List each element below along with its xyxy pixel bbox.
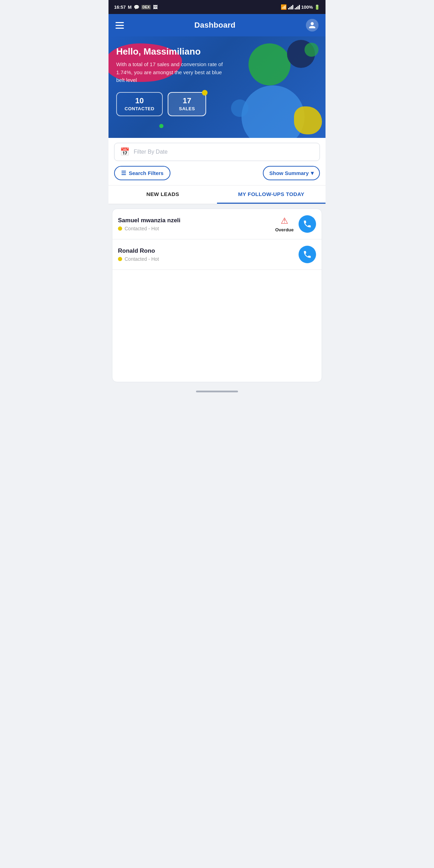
lead-item[interactable]: Ronald Rono Contacted - Hot: [112, 239, 322, 270]
tabs-row: NEW LEADS MY FOLLOW-UPS TODAY: [108, 186, 326, 204]
lead-status: Contacted - Hot: [118, 226, 270, 231]
tab-new-leads[interactable]: NEW LEADS: [108, 186, 217, 204]
status-dot-icon: [118, 226, 122, 231]
lead-name: Ronald Rono: [118, 247, 299, 254]
page-title: Dashboard: [194, 21, 236, 30]
tab-follow-ups[interactable]: MY FOLLOW-UPS TODAY: [217, 186, 326, 204]
bottom-indicator: [108, 386, 326, 397]
status-dot-icon: [118, 257, 122, 261]
filter-section: 📅 Filter By Date ☰ Search Filters Show S…: [108, 138, 326, 186]
app-header: Dashboard: [108, 14, 326, 36]
sales-badge: [202, 90, 208, 96]
battery-icon: 🔋: [314, 5, 320, 10]
lead-name: Samuel mwanzia nzeli: [118, 217, 270, 224]
greeting-text: Hello, Massimiliano: [116, 46, 318, 57]
show-summary-label: Show Summary: [269, 170, 309, 176]
time-display: 16:57: [114, 5, 126, 10]
overdue-label: Overdue: [275, 227, 294, 232]
overdue-indicator: ⚠ Overdue: [275, 216, 294, 232]
search-filters-button[interactable]: ☰ Search Filters: [114, 166, 170, 180]
lead-info: Ronald Rono Contacted - Hot: [118, 247, 299, 262]
deco-dot-green: [159, 124, 163, 128]
contacted-label: CONTACTED: [125, 106, 154, 111]
warning-triangle-icon: ⚠: [281, 216, 288, 226]
lead-status-label: Contacted - Hot: [125, 256, 159, 262]
hero-banner: Hello, Massimiliano With a total of 17 s…: [108, 36, 326, 138]
home-indicator: [196, 391, 238, 392]
status-left: 16:57 M 💬 DEX 🖼: [114, 5, 158, 10]
lead-info: Samuel mwanzia nzeli Contacted - Hot: [118, 217, 270, 231]
chevron-down-icon: ▾: [311, 170, 314, 176]
sales-number: 17: [176, 97, 198, 105]
tab-follow-ups-label: MY FOLLOW-UPS TODAY: [238, 191, 304, 197]
signal-icon-2: [295, 5, 300, 9]
profile-button[interactable]: [306, 19, 318, 31]
leads-list: Samuel mwanzia nzeli Contacted - Hot ⚠ O…: [112, 209, 322, 382]
tab-new-leads-label: NEW LEADS: [146, 191, 179, 197]
filter-lines-icon: ☰: [121, 170, 126, 176]
profile-avatar-icon: [308, 21, 316, 29]
wifi-icon: 📶: [281, 4, 287, 10]
hero-content: Hello, Massimiliano With a total of 17 s…: [116, 46, 318, 116]
dex-icon: DEX: [141, 5, 151, 9]
sales-label: SALES: [176, 106, 198, 111]
show-summary-button[interactable]: Show Summary ▾: [263, 166, 320, 180]
status-bar: 16:57 M 💬 DEX 🖼 📶 100% 🔋: [108, 0, 326, 14]
date-filter-input[interactable]: 📅 Filter By Date: [114, 143, 320, 161]
stats-row: 10 CONTACTED 17 SALES: [116, 92, 318, 116]
sales-stat-button[interactable]: 17 SALES: [168, 92, 206, 116]
menu-button[interactable]: [115, 22, 124, 29]
filter-actions: ☰ Search Filters Show Summary ▾: [114, 166, 320, 180]
call-button[interactable]: [299, 246, 316, 263]
date-filter-placeholder: Filter By Date: [134, 149, 168, 155]
status-right: 📶 100% 🔋: [281, 4, 320, 10]
lead-status-label: Contacted - Hot: [125, 226, 159, 231]
battery-label: 100%: [301, 5, 313, 10]
hero-subtitle: With a total of 17 sales and conversion …: [116, 61, 228, 84]
contacted-stat-button[interactable]: 10 CONTACTED: [116, 92, 163, 116]
whatsapp-icon: 💬: [134, 5, 139, 10]
call-button[interactable]: [299, 215, 316, 233]
gmail-icon: M: [128, 5, 132, 10]
calendar-icon: 📅: [120, 147, 130, 156]
phone-icon: [303, 219, 312, 229]
gallery-icon: 🖼: [153, 5, 158, 10]
lead-status: Contacted - Hot: [118, 256, 299, 262]
phone-icon: [303, 250, 312, 259]
contacted-number: 10: [125, 97, 154, 105]
signal-icon: [288, 5, 293, 9]
lead-item[interactable]: Samuel mwanzia nzeli Contacted - Hot ⚠ O…: [112, 209, 322, 239]
empty-content-area: [112, 270, 322, 382]
search-filters-label: Search Filters: [129, 170, 163, 176]
